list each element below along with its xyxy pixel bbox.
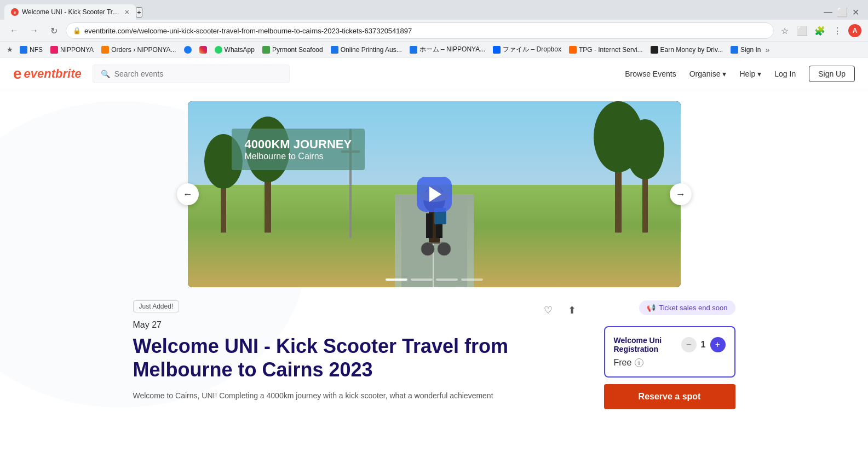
reserve-button[interactable]: Reserve a spot (604, 384, 735, 409)
carousel-overlay: 4000KM JOURNEY Melbourne to Cairns (232, 129, 365, 170)
bookmark-nfs-icon (20, 46, 27, 54)
bookmark-tpg-label: TPG - Internet Servi... (579, 46, 643, 54)
toolbar-actions: ☆ ⬜ 🧩 ⋮ A (778, 24, 861, 37)
carousel-prev-button[interactable]: ← (177, 183, 199, 205)
tab-favicon: e (11, 8, 19, 16)
main-nav: Browse Events Organise ▾ Help ▾ Log In S… (625, 66, 855, 82)
bookmark-pyrmont[interactable]: Pyrmont Seafood (259, 45, 326, 55)
quantity-increase-button[interactable]: + (710, 337, 726, 352)
bookmark-tpg[interactable]: TPG - Internet Servi... (566, 45, 646, 55)
forward-button[interactable]: → (26, 23, 42, 38)
profile-icon[interactable]: A (848, 24, 861, 37)
help-arrow: ▾ (757, 69, 761, 78)
bookmark-nfs[interactable]: NFS (16, 45, 46, 55)
search-box[interactable]: 🔍 (93, 65, 290, 83)
bookmark-facebook-icon (184, 46, 192, 54)
svg-point-18 (438, 242, 451, 256)
close-tab-button[interactable]: × (125, 8, 129, 16)
svg-point-8 (626, 119, 664, 179)
ticket-quantity-control: − 1 + (681, 337, 726, 352)
eventbrite-logo[interactable]: e eventbrite (13, 65, 82, 83)
just-added-badge: Just Added! (133, 300, 180, 312)
event-details-section: Just Added! ♡ ⬆ May 27 Welcome UNI - Kic… (106, 300, 763, 409)
help-dropdown[interactable]: Help ▾ (739, 69, 761, 78)
ticket-sales-badge-container: 📢 Ticket sales end soon (604, 300, 735, 322)
dot-3[interactable] (436, 278, 458, 281)
bookmark-star-icon[interactable]: ☆ (778, 24, 791, 37)
dot-1[interactable] (386, 278, 407, 281)
event-header-row: Just Added! ♡ ⬆ (133, 300, 582, 320)
ticket-card: Welcome Uni Registration − 1 + Free ℹ (604, 326, 735, 378)
bookmark-nipponya-home-label: ホーム – NIPPONYA... (419, 45, 485, 54)
favorite-button[interactable]: ♡ (538, 300, 558, 320)
event-description: Welcome to Cairns, UNI! Completing a 400… (133, 390, 582, 402)
reload-button[interactable]: ↻ (46, 23, 61, 38)
bookmarks-more-button[interactable]: » (765, 45, 769, 54)
share-button[interactable]: ⬆ (562, 300, 582, 320)
extensions-icon[interactable]: 🧩 (813, 24, 826, 37)
quantity-decrease-button[interactable]: − (681, 337, 697, 352)
main-content: 4000KM JOURNEY Melbourne to Cairns (0, 90, 868, 420)
media-carousel: 4000KM JOURNEY Melbourne to Cairns (188, 101, 681, 287)
minimize-button[interactable]: — (824, 7, 832, 17)
maximize-button[interactable]: ⬜ (837, 7, 848, 18)
bookmark-nipponya[interactable]: NIPPONYA (47, 45, 97, 55)
play-button[interactable] (417, 177, 452, 212)
eventbrite-header: e eventbrite 🔍 Browse Events Organise ▾ … (0, 57, 868, 90)
bookmark-nipponya-home[interactable]: ホーム – NIPPONYA... (406, 44, 488, 55)
ticket-sales-badge: 📢 Ticket sales end soon (639, 300, 735, 315)
active-tab[interactable]: e Welcome UNI - Kick Scooter Tra... × (4, 4, 136, 20)
bookmark-earnmoney[interactable]: Earn Money by Driv... (647, 45, 726, 55)
bookmark-printing[interactable]: Online Printing Aus... (327, 45, 405, 55)
bookmark-pyrmont-label: Pyrmont Seafood (272, 46, 323, 54)
bookmark-whatsapp[interactable]: WhatsApp (211, 45, 258, 55)
bookmark-orders-label: Orders › NIPPONYA... (111, 46, 176, 54)
bookmark-whatsapp-icon (215, 46, 222, 54)
organise-dropdown[interactable]: Organise ▾ (689, 69, 727, 78)
bookmark-printing-icon (331, 46, 338, 54)
menu-icon[interactable]: ⋮ (831, 24, 844, 37)
play-triangle-icon (429, 187, 441, 202)
bookmark-facebook[interactable] (181, 45, 195, 55)
dot-4[interactable] (461, 278, 483, 281)
close-window-button[interactable]: ✕ (852, 7, 859, 18)
cast-icon[interactable]: ⬜ (796, 24, 809, 37)
bookmark-pyrmont-icon (262, 46, 270, 54)
bookmark-nipponya-home-icon (410, 46, 417, 54)
bookmark-signin-icon (731, 46, 738, 54)
browse-events-link[interactable]: Browse Events (625, 69, 676, 78)
browser-toolbar: ← → ↻ 🔒 eventbrite.com/e/welcome-uni-kic… (0, 20, 868, 42)
bookmark-nfs-label: NFS (30, 46, 43, 54)
carousel-dots (386, 278, 483, 281)
event-image: 4000KM JOURNEY Melbourne to Cairns (188, 101, 681, 287)
bookmark-instagram-icon (199, 46, 207, 54)
bookmark-orders-icon (101, 46, 109, 54)
event-badges: Just Added! (133, 300, 180, 319)
bookmark-earnmoney-label: Earn Money by Driv... (660, 46, 723, 54)
login-button[interactable]: Log In (774, 69, 796, 78)
url-text: eventbrite.com/e/welcome-uni-kick-scoote… (84, 27, 767, 35)
ticket-price: Free (614, 358, 632, 368)
new-tab-button[interactable]: + (136, 7, 142, 18)
search-input[interactable] (114, 69, 281, 78)
address-bar[interactable]: 🔒 eventbrite.com/e/welcome-uni-kick-scoo… (66, 22, 774, 39)
search-icon: 🔍 (101, 69, 110, 78)
bookmark-orders[interactable]: Orders › NIPPONYA... (98, 45, 179, 55)
svg-rect-15 (426, 213, 433, 238)
ticket-widget: 📢 Ticket sales end soon Welcome Uni Regi… (604, 300, 735, 409)
bookmark-dropbox[interactable]: ファイル – Dropbox (490, 44, 565, 55)
sales-badge-icon: 📢 (647, 304, 656, 312)
signup-button[interactable]: Sign Up (809, 66, 855, 82)
price-info-icon[interactable]: ℹ (635, 358, 643, 367)
carousel-next-button[interactable]: → (670, 183, 692, 205)
back-button[interactable]: ← (7, 23, 22, 38)
tab-bar: e Welcome UNI - Kick Scooter Tra... × + … (0, 0, 868, 20)
carousel-subtitle: Melbourne to Cairns (245, 152, 352, 161)
dot-2[interactable] (411, 278, 433, 281)
bookmark-nipponya-label: NIPPONYA (60, 46, 94, 54)
bookmark-signin[interactable]: Sign In (727, 45, 764, 55)
svg-point-17 (421, 242, 434, 256)
bookmark-instagram[interactable] (196, 45, 210, 55)
bookmark-earnmoney-icon (651, 46, 658, 54)
event-top-actions: ♡ ⬆ (538, 300, 582, 320)
